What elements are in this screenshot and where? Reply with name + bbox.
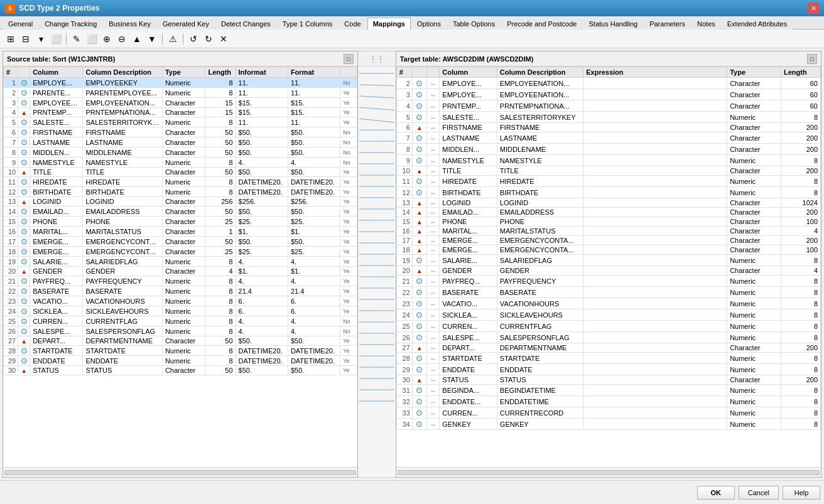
source-table-row[interactable]: 25 ⊙ CURREN... CURRENTFLAG Numeric 8 4. … [4,316,357,326]
source-table-row[interactable]: 14 ⊙ EMAILAD... EMAILADDRESS Character 5… [4,206,357,217]
tab-parameters[interactable]: Parameters [644,18,691,29]
toolbar-btn-up[interactable]: ▲ [130,32,144,46]
source-table-row[interactable]: 22 ⊙ BASERATE BASERATE Numeric 8 21.4 21… [4,286,357,296]
cell-expr[interactable] [583,375,727,385]
target-panel-expand[interactable]: □ [807,54,817,64]
tab-generated-key[interactable]: Generated Key [157,18,215,29]
cell-expr[interactable] [583,217,727,227]
source-table-row[interactable]: 9 ⊙ NAMESTYLE NAMESTYLE Numeric 8 4. 4. … [4,158,357,168]
cell-expr[interactable] [583,343,727,353]
target-table-container[interactable]: # Column Column Description Expression T… [396,67,821,467]
tab-table-options[interactable]: Table Options [447,18,501,29]
cell-expr[interactable] [583,112,727,123]
cell-expr[interactable] [583,266,727,276]
source-table-row[interactable]: 28 ⊙ STARTDATE STARTDATE Numeric 8 DATET… [4,346,357,356]
target-table-row[interactable]: 21 ⊙ ↔ PAYFREQ... PAYFREQUENCY Numeric 8 [396,276,820,287]
cell-expr[interactable] [583,166,727,176]
target-table-row[interactable]: 31 ⊙ ↔ BEGINDA... BEGINDATETIME Numeric … [396,385,820,396]
target-table-row[interactable]: 2 ⊙ ↔ EMPLOYE... EMPLOYEENATION... Chara… [396,78,820,89]
cell-expr[interactable] [583,155,727,166]
source-table-row[interactable]: 10 ▲ TITLE TITLE Character 50 $50. $50. … [4,168,357,177]
target-table-row[interactable]: 32 ⊙ ↔ ENDDATE... ENDDATETIME Numeric 8 [396,396,820,407]
cell-expr[interactable] [583,407,727,419]
tab-precode-postcode[interactable]: Precode and Postcode [501,18,582,29]
target-table-row[interactable]: 29 ⊙ ↔ ENDDATE ENDDATE Numeric 8 [396,364,820,375]
close-button[interactable]: ✕ [808,3,819,14]
cell-expr[interactable] [583,245,727,255]
cell-expr[interactable] [583,309,727,321]
tab-status-handling[interactable]: Status Handling [583,18,643,29]
target-table-row[interactable]: 26 ⊙ ↔ SALESPE... SALESPERSONFLAG Numeri… [396,332,820,343]
toolbar-btn-5[interactable]: ✎ [70,32,84,46]
source-table-row[interactable]: 18 ⊙ EMERGE... EMERGENCYCONTA... Charact… [4,247,357,257]
target-table-row[interactable]: 33 ⊙ ↔ CURREN... CURRENTRECORD Numeric 8 [396,407,820,419]
target-table-row[interactable]: 28 ⊙ ↔ STARTDATE STARTDATE Numeric 8 [396,353,820,364]
cell-expr[interactable] [583,364,727,375]
source-table-row[interactable]: 4 ▲ PRNTEMP... PRNTEMPNATIONA... Charact… [4,108,357,117]
cell-expr[interactable] [583,208,727,217]
target-table-row[interactable]: 5 ⊙ ↔ SALESTE... SALESTERRITORYKEY Numer… [396,112,820,123]
cell-expr[interactable] [583,321,727,332]
target-table-row[interactable]: 12 ⊙ ↔ BIRTHDATE BIRTHDATE Numeric 8 [396,187,820,198]
source-table-row[interactable]: 11 ⊙ HIREDATE HIREDATE Numeric 8 DATETIM… [4,177,357,187]
cell-expr[interactable] [583,144,727,155]
tab-options[interactable]: Options [411,18,447,29]
cell-expr[interactable] [583,78,727,89]
cell-expr[interactable] [583,123,727,132]
target-table-row[interactable]: 17 ▲ ↔ EMERGE... EMERGENCYCONTA... Chara… [396,236,820,245]
target-table-row[interactable]: 9 ⊙ ↔ NAMESTYLE NAMESTYLE Numeric 8 [396,155,820,166]
target-hscroll[interactable] [396,467,821,477]
target-table-row[interactable]: 24 ⊙ ↔ SICKLEA... SICKLEAVEHOURS Numeric… [396,309,820,321]
target-table-row[interactable]: 3 ⊙ ↔ EMPLOYE... EMPLOYEENATION... Chara… [396,89,820,100]
source-table-row[interactable]: 6 ⊙ FIRSTNAME FIRSTNAME Character 50 $50… [4,127,357,137]
cell-expr[interactable] [583,255,727,266]
source-table-row[interactable]: 29 ⊙ ENDDATE ENDDATE Numeric 8 DATETIME2… [4,356,357,366]
target-table-row[interactable]: 7 ⊙ ↔ LASTNAME LASTNAME Character 200 [396,132,820,144]
cell-expr[interactable] [583,419,727,430]
toolbar-btn-undo[interactable]: ↺ [187,32,200,46]
source-table-row[interactable]: 16 ⊙ MARITAL... MARITALSTATUS Character … [4,227,357,237]
target-table-row[interactable]: 15 ▲ ↔ PHONE PHONE Character 100 [396,217,820,227]
cell-expr[interactable] [583,132,727,144]
toolbar-btn-8[interactable]: ⊖ [115,32,129,46]
target-table-row[interactable]: 34 ⊙ ↔ GENKEY GENKEY Numeric 8 [396,419,820,430]
source-table-row[interactable]: 19 ⊙ SALARIE... SALARIEDFLAG Numeric 8 4… [4,257,357,267]
target-table-row[interactable]: 8 ⊙ ↔ MIDDLEN... MIDDLENAME Character 20… [396,144,820,155]
tab-notes[interactable]: Notes [691,18,721,29]
source-table-row[interactable]: 7 ⊙ LASTNAME LASTNAME Character 50 $50. … [4,137,357,147]
cell-expr[interactable] [583,198,727,208]
source-table-row[interactable]: 2 ⊙ PARENTE... PARENTEMPLOYEE... Numeric… [4,88,357,98]
source-table-row[interactable]: 24 ⊙ SICKLEA... SICKLEAVEHOURS Numeric 8… [4,306,357,316]
ok-button[interactable]: OK [697,486,735,500]
source-table-row[interactable]: 21 ⊙ PAYFREQ... PAYFREQUENCY Numeric 8 4… [4,276,357,286]
tab-change-tracking[interactable]: Change Tracking [39,18,102,29]
cell-expr[interactable] [583,385,727,396]
toolbar-btn-close[interactable]: ✕ [217,32,230,46]
toolbar-dropdown[interactable]: ▾ [34,32,48,46]
cell-expr[interactable] [583,332,727,343]
toolbar-btn-7[interactable]: ⊕ [100,32,114,46]
cell-expr[interactable] [583,276,727,287]
target-table-row[interactable]: 19 ⊙ ↔ SALARIE... SALARIEDFLAG Numeric 8 [396,255,820,266]
toolbar-btn-down[interactable]: ▼ [145,32,159,46]
source-table-row[interactable]: 27 ▲ DEPART... DEPARTMENTNAME Character … [4,336,357,346]
cell-expr[interactable] [583,298,727,309]
source-table-row[interactable]: 23 ⊙ VACATIO... VACATIONHOURS Numeric 8 … [4,296,357,306]
toolbar-btn-6[interactable]: ⬜ [85,32,99,46]
target-table-row[interactable]: 14 ▲ ↔ EMAILAD... EMAILADDRESS Character… [396,208,820,217]
source-table-row[interactable]: 1 ⊙ EMPLOYE... EMPLOYEEKEY Numeric 8 11.… [4,78,357,88]
tab-detect-changes[interactable]: Detect Changes [215,18,276,29]
tab-general[interactable]: General [3,18,38,29]
cell-expr[interactable] [583,353,727,364]
target-table-row[interactable]: 6 ▲ ↔ FIRSTNAME FIRSTNAME Character 200 [396,123,820,132]
tab-code[interactable]: Code [339,18,366,29]
cell-expr[interactable] [583,287,727,298]
cell-expr[interactable] [583,187,727,198]
source-panel-expand[interactable]: □ [344,54,354,64]
source-table-row[interactable]: 15 ⊙ PHONE PHONE Character 25 $25. $25. … [4,217,357,227]
cell-expr[interactable] [583,100,727,112]
target-table-row[interactable]: 10 ▲ ↔ TITLE TITLE Character 200 [396,166,820,176]
target-table-row[interactable]: 30 ▲ ↔ STATUS STATUS Character 200 [396,375,820,385]
cancel-button[interactable]: Cancel [739,486,779,500]
source-table-row[interactable]: 3 ⊙ EMPLOYEENATION... EMPLOYEENATION... … [4,98,357,108]
